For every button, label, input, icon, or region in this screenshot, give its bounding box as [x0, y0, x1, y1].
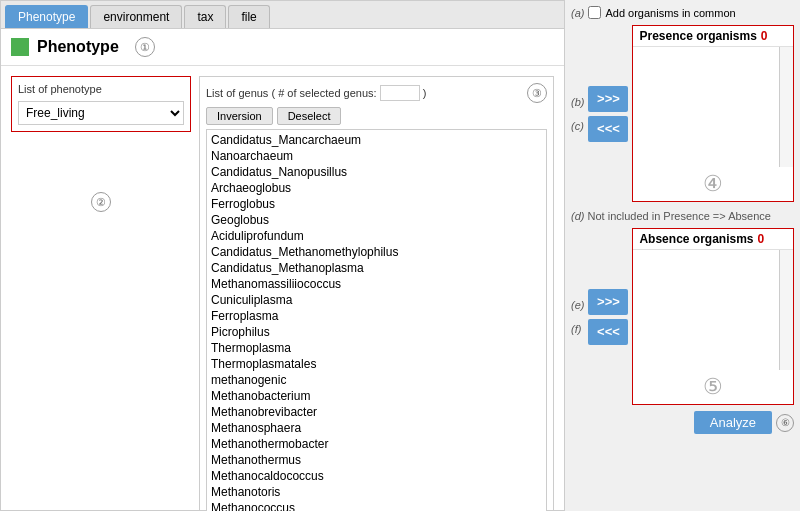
right-panel: (a) Add organisms in common (b) (c) >>> … [565, 0, 800, 511]
circle-1: ① [135, 37, 155, 57]
tab-phenotype[interactable]: Phenotype [5, 5, 88, 28]
add-common-checkbox[interactable] [588, 6, 601, 19]
add-common-label: Add organisms in common [605, 7, 735, 19]
labels-bc: (b) (c) [571, 25, 584, 202]
circle-5: ⑤ [633, 370, 793, 404]
circle-3: ③ [527, 83, 547, 103]
genus-list-item[interactable]: Methanocaldococcus [209, 468, 544, 484]
genus-list-item[interactable]: Candidatus_Methanomethylophilus [209, 244, 544, 260]
absence-back-button[interactable]: <<< [588, 319, 628, 345]
genus-count-input[interactable] [380, 85, 420, 101]
genus-list-item[interactable]: Methanobrevibacter [209, 404, 544, 420]
genus-list-item[interactable]: Candidatus_Methanoplasma [209, 260, 544, 276]
tab-tax[interactable]: tax [184, 5, 226, 28]
green-square-icon [11, 38, 29, 56]
genus-list-item[interactable]: Methanothermobacter [209, 436, 544, 452]
genus-list[interactable]: Candidatus_MancarchaeumNanoarchaeumCandi… [206, 129, 547, 511]
absence-section: (e) (f) >>> <<< Absence organisms 0 ⑤ [571, 228, 794, 405]
genus-buttons: Inversion Deselect [206, 107, 547, 125]
genus-list-item[interactable]: Methanobacterium [209, 388, 544, 404]
inversion-button[interactable]: Inversion [206, 107, 273, 125]
presence-list[interactable] [633, 47, 793, 167]
absence-list[interactable] [633, 250, 793, 370]
genus-list-item[interactable]: Picrophilus [209, 324, 544, 340]
presence-forward-button[interactable]: >>> [588, 86, 628, 112]
label-f: (f) [571, 323, 584, 335]
genus-list-item[interactable]: Candidatus_Mancarchaeum [209, 132, 544, 148]
phenotype-header: Phenotype ① [1, 29, 564, 66]
labels-ef: (e) (f) [571, 228, 584, 405]
presence-section: (b) (c) >>> <<< Presence organisms 0 ④ [571, 25, 794, 202]
presence-count: 0 [761, 29, 768, 43]
label-b: (b) [571, 96, 584, 108]
add-common-row: (a) Add organisms in common [571, 4, 794, 21]
absence-forward-button[interactable]: >>> [588, 289, 628, 315]
presence-title: Presence organisms 0 [633, 26, 793, 47]
not-included-row: (d) Not included in Presence => Absence [571, 206, 794, 224]
circle-2: ② [91, 192, 111, 212]
presence-scrollbar[interactable] [779, 47, 793, 167]
label-e: (e) [571, 299, 584, 311]
not-included-text: Not included in Presence => Absence [588, 210, 771, 222]
genus-list-item[interactable]: Aciduliprofundum [209, 228, 544, 244]
tab-environment[interactable]: environment [90, 5, 182, 28]
label-c: (c) [571, 120, 584, 132]
presence-back-button[interactable]: <<< [588, 116, 628, 142]
genus-list-item[interactable]: Methanotoris [209, 484, 544, 500]
genus-list-item[interactable]: Thermoplasma [209, 340, 544, 356]
absence-title: Absence organisms 0 [633, 229, 793, 250]
analyze-button[interactable]: Analyze [694, 411, 772, 434]
absence-organisms-box: Absence organisms 0 ⑤ [632, 228, 794, 405]
deselect-button[interactable]: Deselect [277, 107, 342, 125]
circle-6: ⑥ [776, 414, 794, 432]
genus-list-item[interactable]: Methanococcus [209, 500, 544, 511]
genus-list-item[interactable]: Nanoarchaeum [209, 148, 544, 164]
absence-scrollbar[interactable] [779, 250, 793, 370]
genus-list-item[interactable]: methanogenic [209, 372, 544, 388]
analyze-row: Analyze ⑥ [571, 409, 794, 436]
genus-header: List of genus ( # of selected genus: ) ③ [206, 83, 547, 103]
genus-list-item[interactable]: Methanosphaera [209, 420, 544, 436]
absence-count: 0 [758, 232, 765, 246]
content-area: List of phenotype Free_living ② List of … [1, 66, 564, 511]
genus-box: List of genus ( # of selected genus: ) ③… [199, 76, 554, 511]
phenotype-list-box: List of phenotype Free_living [11, 76, 191, 132]
phenotype-list-label: List of phenotype [18, 83, 184, 95]
circle-4: ④ [633, 167, 793, 201]
label-a: (a) [571, 7, 584, 19]
tab-file[interactable]: file [228, 5, 269, 28]
arrows-col-absence: >>> <<< [588, 228, 628, 405]
phenotype-select[interactable]: Free_living [18, 101, 184, 125]
phenotype-title: Phenotype [37, 38, 119, 56]
presence-organisms-box: Presence organisms 0 ④ [632, 25, 794, 202]
genus-header-label: List of genus ( # of selected genus: ) [206, 85, 426, 101]
arrows-col-presence: >>> <<< [588, 25, 628, 202]
left-panel: Phenotype environment tax file Phenotype… [0, 0, 565, 511]
genus-list-item[interactable]: Ferroglobus [209, 196, 544, 212]
genus-list-item[interactable]: Methanothermus [209, 452, 544, 468]
genus-list-item[interactable]: Methanomassiliiococcus [209, 276, 544, 292]
genus-list-item[interactable]: Thermoplasmatales [209, 356, 544, 372]
genus-list-item[interactable]: Archaeoglobus [209, 180, 544, 196]
genus-list-item[interactable]: Cuniculiplasma [209, 292, 544, 308]
genus-list-item[interactable]: Candidatus_Nanopusillus [209, 164, 544, 180]
genus-list-item[interactable]: Ferroplasma [209, 308, 544, 324]
genus-list-item[interactable]: Geoglobus [209, 212, 544, 228]
tab-bar: Phenotype environment tax file [1, 1, 564, 29]
